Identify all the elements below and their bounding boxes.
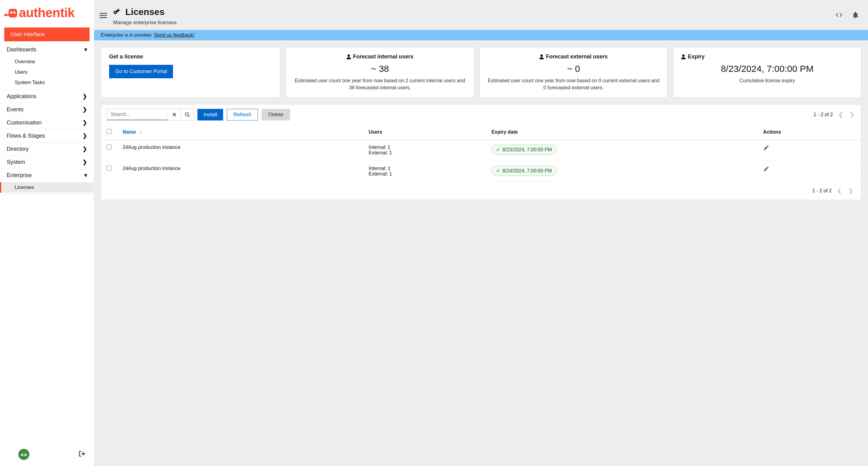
select-all-checkbox[interactable]	[107, 129, 112, 134]
pagination-top: 1 - 2 of 2 ❮ ❯	[814, 111, 856, 118]
sidebar-item-user-interface[interactable]: User interface	[4, 28, 90, 41]
card-title-text: Expiry	[688, 54, 705, 60]
logout-icon[interactable]	[79, 451, 85, 458]
pagination-prev-button[interactable]: ❮	[836, 187, 843, 194]
search-input[interactable]	[107, 109, 168, 120]
edit-button[interactable]	[763, 168, 769, 173]
card-get-license: Get a license Go to Customer Portal	[101, 47, 280, 97]
main-content: Licenses Manage enterprise licenses Ente…	[94, 0, 868, 466]
sidebar-group-events[interactable]: Events ❯	[0, 103, 94, 116]
table-row: 24Aug production instance Internal: 1 Ex…	[101, 140, 861, 161]
card-title: Get a license	[109, 54, 272, 60]
sidebar-item-overview[interactable]: Overview	[0, 57, 94, 67]
sidebar-group-customisation[interactable]: Customisation ❯	[0, 116, 94, 129]
delete-button[interactable]: Delete	[261, 109, 290, 120]
chevron-right-icon: ❯	[83, 146, 87, 152]
chevron-down-icon: ▾	[84, 172, 87, 179]
column-actions-header: Actions	[758, 125, 861, 140]
forecast-external-desc: Estimated user count one year from now b…	[488, 77, 659, 91]
banner-text: Enterprise is in preview.	[101, 32, 154, 38]
licenses-table: Name↓ Users Expiry date Actions 24Aug pr…	[101, 125, 861, 182]
sidebar-group-directory[interactable]: Directory ❯	[0, 143, 94, 155]
sidebar-group-label: Applications	[7, 93, 36, 100]
chevron-right-icon: ❯	[83, 119, 87, 126]
sidebar-group-system[interactable]: System ❯	[0, 156, 94, 169]
pagination-prev-button[interactable]: ❮	[837, 111, 844, 118]
expiry-pill: ✓ 8/23/2024, 7:00:00 PM	[492, 145, 557, 155]
expiry-desc: Cumulative license expiry	[681, 77, 853, 84]
sidebar-group-applications[interactable]: Applications ❯	[0, 90, 94, 103]
chevron-right-icon: ❯	[83, 106, 87, 113]
sidebar-nav: User interface Dashboards ▾ Overview Use…	[0, 26, 94, 444]
row-users: Internal: 1 External: 1	[363, 140, 486, 161]
customer-portal-button[interactable]: Go to Customer Portal	[109, 65, 173, 78]
sort-arrow-icon: ↓	[140, 129, 142, 135]
sidebar-group-label: Directory	[7, 146, 29, 152]
preview-banner: Enterprise is in preview. Send us feedba…	[94, 30, 868, 40]
row-checkbox[interactable]	[107, 145, 112, 149]
search-clear-button[interactable]: ✕	[168, 109, 181, 120]
install-button[interactable]: Install	[197, 109, 223, 120]
sidebar-group-label: Customisation	[7, 120, 41, 126]
pagination-text: 1 - 2 of 2	[814, 112, 833, 117]
card-title-text: Forecast external users	[546, 54, 608, 60]
expiry-pill: ✓ 8/24/2024, 7:00:00 PM	[492, 166, 557, 176]
forecast-external-value: ~ 0	[488, 64, 659, 74]
svg-rect-2	[8, 9, 17, 18]
check-icon: ✓	[496, 168, 500, 174]
table-row: 24Aug production instance Internal: 1 Ex…	[101, 161, 861, 182]
sidebar-group-dashboards[interactable]: Dashboards ▾	[0, 43, 94, 56]
bell-icon[interactable]	[851, 11, 860, 20]
hamburger-menu-icon[interactable]	[100, 11, 107, 19]
banner-feedback-link[interactable]: Send us feedback!	[154, 32, 194, 38]
sidebar-group-label: Dashboards	[7, 47, 36, 53]
pagination-text: 1 - 2 of 2	[812, 188, 832, 194]
row-name: 24Aug production instance	[117, 140, 363, 161]
page-title: Licenses	[125, 7, 164, 17]
sidebar-item-system-tasks[interactable]: System Tasks	[0, 77, 94, 88]
page-subtitle: Manage enterprise licenses	[113, 20, 835, 26]
sidebar-group-enterprise[interactable]: Enterprise ▾	[0, 169, 94, 182]
card-title-text: Forecast internal users	[353, 54, 413, 60]
brand-logo[interactable]: authentik	[0, 0, 94, 26]
chevron-right-icon: ❯	[83, 159, 87, 166]
brand-name: authentik	[19, 5, 74, 20]
forecast-internal-desc: Estimated user count one year from now b…	[294, 77, 466, 91]
row-users: Internal: 1 External: 1	[363, 161, 486, 182]
forecast-internal-value: ~ 38	[294, 64, 466, 74]
row-name: 24Aug production instance	[117, 161, 363, 182]
avatar[interactable]: AA	[18, 449, 29, 460]
user-icon	[539, 54, 544, 59]
user-icon	[347, 54, 351, 59]
card-expiry: Expiry 8/23/2024, 7:00:00 PM Cumulative …	[673, 47, 861, 97]
check-icon: ✓	[496, 147, 500, 153]
column-users-header: Users	[363, 125, 486, 140]
pagination-next-button[interactable]: ❯	[848, 111, 856, 118]
edit-icon	[763, 166, 769, 172]
pagination-bottom: 1 - 2 of 2 ❮ ❯	[812, 187, 854, 194]
sidebar-group-label: Enterprise	[7, 172, 32, 179]
svg-rect-3	[10, 11, 12, 14]
card-forecast-internal: Forecast internal users ~ 38 Estimated u…	[286, 47, 474, 97]
column-name-header[interactable]: Name↓	[117, 125, 363, 140]
search-group: ✕	[107, 109, 194, 120]
refresh-button[interactable]: Refresh	[227, 109, 258, 120]
edit-button[interactable]	[763, 146, 769, 152]
chevron-right-icon: ❯	[83, 93, 87, 100]
expiry-value: 8/23/2024, 7:00:00 PM	[681, 64, 853, 74]
chevron-down-icon: ▾	[84, 46, 87, 53]
code-icon[interactable]	[835, 11, 843, 20]
search-submit-button[interactable]	[181, 109, 193, 120]
sidebar-group-flows-stages[interactable]: Flows & Stages ❯	[0, 129, 94, 142]
sidebar-group-label: Events	[7, 107, 24, 113]
pagination-next-button[interactable]: ❯	[847, 187, 854, 194]
row-checkbox[interactable]	[107, 166, 112, 171]
authentik-logo-icon	[4, 6, 18, 20]
sidebar-group-label: System	[7, 159, 25, 166]
sidebar-item-users[interactable]: Users	[0, 67, 94, 77]
licenses-table-section: ✕ Install Refresh Delete 1 - 2 of 2 ❮ ❯	[101, 104, 861, 200]
svg-rect-4	[13, 11, 15, 14]
card-forecast-external: Forecast external users ~ 0 Estimated us…	[479, 47, 668, 97]
sidebar-item-licenses[interactable]: Licenses	[0, 182, 94, 193]
sidebar: authentik User interface Dashboards ▾ Ov…	[0, 0, 94, 466]
